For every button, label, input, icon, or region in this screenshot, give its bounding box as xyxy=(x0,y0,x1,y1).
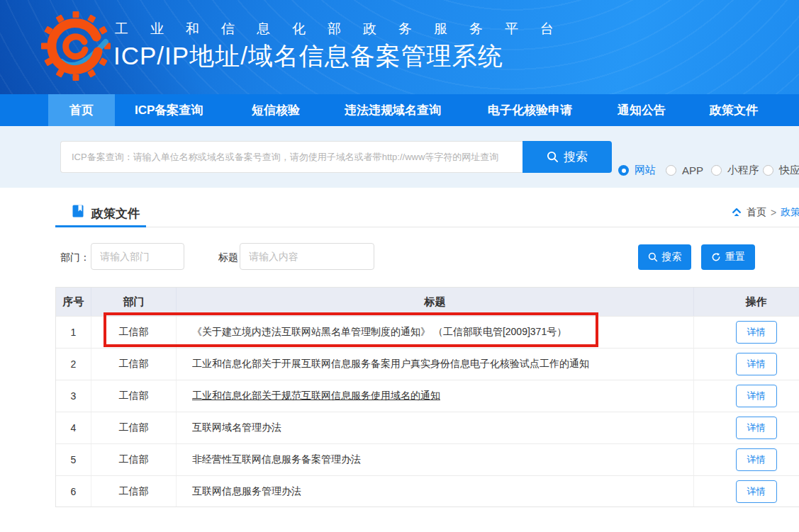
detail-button[interactable]: 详情 xyxy=(736,353,777,375)
table-row: 3 工信部 工业和信息化部关于规范互联网信息服务使用域名的通知 详情 xyxy=(56,380,799,412)
col-header-dept: 部门 xyxy=(91,288,177,316)
breadcrumb-current: 政策文件 xyxy=(781,206,799,219)
radio-selected-icon xyxy=(618,165,629,176)
radio-quick-app[interactable]: 快应用 xyxy=(763,164,799,177)
radio-app[interactable]: APP xyxy=(666,164,703,176)
radio-unselected-icon xyxy=(763,165,773,176)
row-no: 6 xyxy=(56,476,91,506)
system-title: ICP/IP地址/域名信息备案管理系统 xyxy=(113,40,503,73)
detail-button[interactable]: 详情 xyxy=(736,385,777,407)
nav-item-policy-files[interactable]: 政策文件 xyxy=(710,94,758,126)
active-tab-underline xyxy=(55,225,146,227)
detail-button[interactable]: 详情 xyxy=(736,417,777,439)
radio-unselected-icon xyxy=(711,165,722,176)
radio-unselected-icon xyxy=(666,165,676,176)
search-type-radio-group: 网站 APP 小程序 快应用 xyxy=(618,164,799,177)
table-row: 4 工信部 互联网域名管理办法 详情 xyxy=(56,412,799,443)
radio-mini-program[interactable]: 小程序 xyxy=(711,164,759,177)
search-icon xyxy=(648,252,658,262)
col-header-action: 操作 xyxy=(694,288,799,316)
search-icon xyxy=(547,151,559,163)
table-row: 2 工信部 工业和信息化部关于开展互联网信息服务备案用户真实身份信息电子化核验试… xyxy=(56,348,799,380)
section-divider xyxy=(55,227,799,227)
row-no: 1 xyxy=(56,317,91,348)
row-title[interactable]: 非经营性互联网信息服务备案管理办法 xyxy=(177,444,694,475)
filter-search-button[interactable]: 搜索 xyxy=(638,244,691,270)
detail-button[interactable]: 详情 xyxy=(736,480,777,503)
row-no: 4 xyxy=(56,412,91,443)
detail-button[interactable]: 详情 xyxy=(736,321,777,344)
radio-website[interactable]: 网站 xyxy=(618,164,656,177)
row-no: 3 xyxy=(56,380,91,412)
department-label: 部门： xyxy=(60,251,90,264)
filter-reset-button[interactable]: 重置 xyxy=(701,244,755,270)
col-header-no: 序号 xyxy=(56,288,91,316)
row-title[interactable]: 互联网信息服务管理办法 xyxy=(177,476,694,506)
row-dept: 工信部 xyxy=(91,476,177,506)
row-no: 5 xyxy=(56,444,91,475)
icp-search-input[interactable] xyxy=(60,141,523,173)
icp-search-button[interactable]: 搜索 xyxy=(523,141,612,173)
table-header-row: 序号 部门 标题 操作 xyxy=(56,288,799,316)
main-nav: 首页 ICP备案查询 短信核验 违法违规域名查询 电子化核验申请 通知公告 政策… xyxy=(0,94,799,126)
detail-button[interactable]: 详情 xyxy=(736,448,777,471)
col-header-title: 标题 xyxy=(177,288,694,316)
nav-item-sms-verify[interactable]: 短信核验 xyxy=(252,94,300,126)
icp-search-button-label: 搜索 xyxy=(564,149,588,165)
table-row: 5 工信部 非经营性互联网信息服务备案管理办法 详情 xyxy=(56,443,799,475)
policy-book-icon xyxy=(71,204,85,218)
nav-item-illegal-domain-query[interactable]: 违法违规域名查询 xyxy=(345,94,441,126)
row-dept: 工信部 xyxy=(91,380,177,412)
row-dept: 工信部 xyxy=(91,317,177,348)
nav-item-notices[interactable]: 通知公告 xyxy=(618,94,666,126)
refresh-icon xyxy=(711,252,721,262)
row-dept: 工信部 xyxy=(91,349,177,380)
table-row: 6 工信部 互联网信息服务管理办法 详情 xyxy=(56,475,799,507)
home-icon xyxy=(731,207,742,218)
row-title[interactable]: 工业和信息化部关于开展互联网信息服务备案用户真实身份信息电子化核验试点工作的通知 xyxy=(177,349,694,380)
row-title[interactable]: 工业和信息化部关于规范互联网信息服务使用域名的通知 xyxy=(177,380,694,412)
row-dept: 工信部 xyxy=(91,412,177,443)
icp-search-band: 搜索 网站 APP 小程序 快应用 xyxy=(0,126,799,188)
row-no: 2 xyxy=(56,349,91,380)
row-title[interactable]: 《关于建立境内违法互联网站黑名单管理制度的通知》 （工信部联电管[2009]37… xyxy=(177,317,694,348)
department-input[interactable] xyxy=(91,243,184,270)
nav-item-home[interactable]: 首页 xyxy=(48,94,115,126)
breadcrumb-separator: > xyxy=(771,207,776,218)
site-header: 工业和信息化部政务服务平台 ICP/IP地址/域名信息备案管理系统 xyxy=(0,0,799,94)
row-dept: 工信部 xyxy=(91,444,177,475)
icp-beian-page: { "header": { "platform_title": "工业和信息化部… xyxy=(0,0,799,532)
platform-title: 工业和信息化部政务服务平台 xyxy=(115,20,576,38)
policy-table: 序号 部门 标题 操作 1 工信部 《关于建立境内违法互联网站黑名单管理制度的通… xyxy=(55,287,799,507)
table-row: 1 工信部 《关于建立境内违法互联网站黑名单管理制度的通知》 （工信部联电管[2… xyxy=(56,316,799,348)
nav-item-icp-query[interactable]: ICP备案查询 xyxy=(135,94,203,126)
miit-logo-icon xyxy=(40,11,111,81)
nav-item-e-verify-apply[interactable]: 电子化核验申请 xyxy=(488,94,572,126)
section-title: 政策文件 xyxy=(91,205,140,222)
breadcrumb: 首页 > 政策文件 xyxy=(731,206,799,219)
breadcrumb-home-link[interactable]: 首页 xyxy=(747,206,766,219)
row-title[interactable]: 互联网域名管理办法 xyxy=(177,412,694,443)
title-input[interactable] xyxy=(240,243,374,270)
